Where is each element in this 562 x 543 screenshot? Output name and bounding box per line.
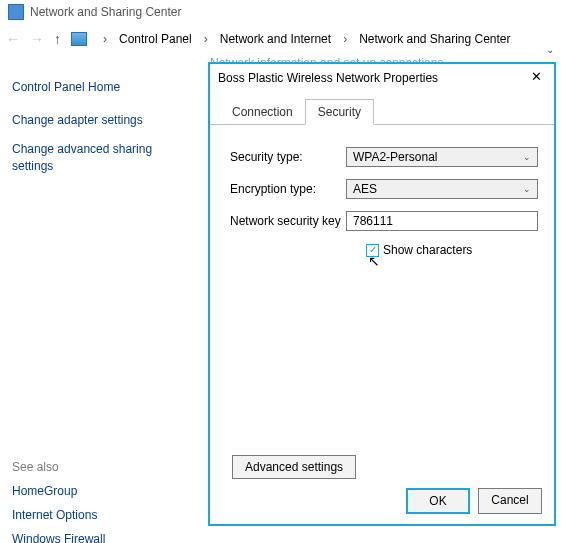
show-characters-label: Show characters [383, 243, 472, 257]
breadcrumb-network-internet[interactable]: Network and Internet [220, 32, 331, 46]
control-panel-icon [8, 4, 24, 20]
advanced-settings-button[interactable]: Advanced settings [232, 455, 356, 479]
see-also-header: See also [12, 460, 105, 474]
dialog-titlebar: Boss Plastic Wireless Network Properties… [210, 64, 554, 92]
network-key-label: Network security key [230, 214, 346, 228]
chevron-down-icon: ⌄ [523, 152, 531, 162]
chevron-right-icon: › [103, 32, 107, 46]
windows-firewall-link[interactable]: Windows Firewall [12, 532, 105, 543]
window-title: Network and Sharing Center [30, 5, 181, 19]
network-key-input[interactable]: 786111 [346, 211, 538, 231]
chevron-right-icon: › [204, 32, 208, 46]
security-type-value: WPA2-Personal [353, 150, 437, 164]
left-panel: Control Panel Home Change adapter settin… [0, 72, 205, 194]
advanced-settings-area: Advanced settings [232, 460, 356, 474]
internet-options-link[interactable]: Internet Options [12, 508, 105, 522]
homegroup-link[interactable]: HomeGroup [12, 484, 105, 498]
cursor-icon: ↖ [368, 253, 380, 269]
cancel-button[interactable]: Cancel [478, 488, 542, 514]
ok-button[interactable]: OK [406, 488, 470, 514]
network-key-value: 786111 [353, 214, 393, 228]
network-properties-dialog: Boss Plastic Wireless Network Properties… [208, 62, 556, 526]
dialog-footer: OK Cancel [406, 488, 542, 514]
security-type-label: Security type: [230, 150, 346, 164]
tab-connection[interactable]: Connection [220, 100, 305, 124]
encryption-type-select[interactable]: AES ⌄ [346, 179, 538, 199]
security-type-select[interactable]: WPA2-Personal ⌄ [346, 147, 538, 167]
tab-security[interactable]: Security [305, 99, 374, 125]
location-icon [71, 32, 87, 46]
close-icon[interactable]: ✕ [526, 68, 546, 88]
change-adapter-link[interactable]: Change adapter settings [12, 112, 193, 129]
show-characters-row: ✓ Show characters ↖ [366, 243, 538, 257]
chevron-down-icon: ⌄ [523, 184, 531, 194]
encryption-type-label: Encryption type: [230, 182, 346, 196]
control-panel-home-link[interactable]: Control Panel Home [12, 80, 193, 94]
encryption-type-value: AES [353, 182, 377, 196]
encryption-type-row: Encryption type: AES ⌄ [230, 179, 538, 199]
up-arrow-icon[interactable]: ↑ [54, 31, 61, 47]
dialog-title: Boss Plastic Wireless Network Properties [218, 71, 438, 85]
breadcrumb-control-panel[interactable]: Control Panel [119, 32, 192, 46]
chevron-right-icon: › [343, 32, 347, 46]
see-also-section: See also HomeGroup Internet Options Wind… [12, 460, 105, 543]
back-arrow-icon[interactable]: ← [6, 31, 20, 47]
dialog-body: Security type: WPA2-Personal ⌄ Encryptio… [210, 125, 554, 267]
change-advanced-sharing-link[interactable]: Change advanced sharing settings [12, 141, 193, 175]
security-type-row: Security type: WPA2-Personal ⌄ [230, 147, 538, 167]
forward-arrow-icon[interactable]: → [30, 31, 44, 47]
breadcrumb-sharing-center[interactable]: Network and Sharing Center [359, 32, 510, 46]
tab-strip: Connection Security [210, 92, 554, 125]
navigation-bar: ← → ↑ › Control Panel › Network and Inte… [0, 24, 562, 54]
window-titlebar: Network and Sharing Center [0, 0, 562, 24]
network-key-row: Network security key 786111 [230, 211, 538, 231]
